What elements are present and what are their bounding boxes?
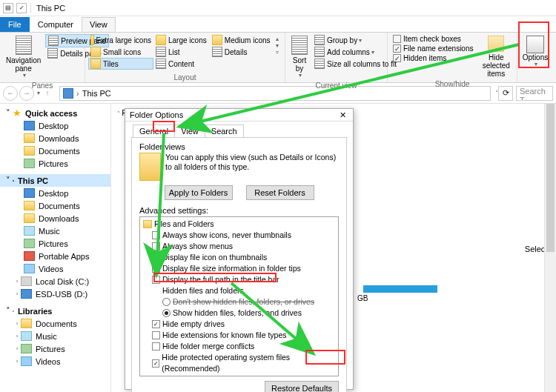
scrollbar[interactable]: [544, 104, 556, 392]
group-by-button[interactable]: Group by▾: [312, 34, 399, 46]
close-icon[interactable]: ✕: [337, 109, 348, 121]
layout-extra-large[interactable]: Extra large icons: [88, 34, 153, 46]
folder-options-dialog: Folder Options ✕ General View Search Fol…: [125, 108, 354, 390]
drive-usage-bar: [363, 285, 437, 293]
hide-selected-button[interactable]: Hide selected items: [479, 34, 514, 79]
sidebar-pc-esd[interactable]: ›ESD-USB (D:): [0, 288, 110, 300]
folder-views-heading: Folder views: [139, 142, 339, 151]
checkbox-icon: [393, 35, 401, 43]
sidebar-qa-documents[interactable]: Documents: [0, 144, 110, 157]
checkbox-icon: ✓: [393, 44, 401, 53]
adv-always-menus[interactable]: Always show menus: [142, 241, 337, 252]
adv-hide-merge[interactable]: Hide folder merge conflicts: [142, 341, 337, 352]
folder-views-text: You can apply this view (such as Details…: [165, 153, 339, 172]
advanced-settings-list[interactable]: Files and Folders Always show icons, nev…: [139, 216, 339, 376]
layout-content[interactable]: Content: [153, 58, 210, 70]
reset-folders-button[interactable]: Reset Folders: [246, 185, 314, 200]
ribbon-tabs: File Computer View: [0, 16, 556, 33]
search-box[interactable]: Search T: [516, 86, 553, 101]
adv-radio-dont-show[interactable]: Don't show hidden files, folders, or dri…: [142, 296, 337, 308]
dialog-page-view: Folder views You can apply this view (su…: [131, 137, 347, 392]
adv-hide-protected[interactable]: ✓Hide protected operating system files (…: [142, 352, 337, 374]
qat-properties-icon[interactable]: ✓: [16, 3, 27, 13]
sidebar-qa-desktop[interactable]: Desktop: [0, 119, 110, 132]
layout-medium[interactable]: Medium icons: [210, 34, 274, 46]
options-icon: [526, 36, 544, 53]
chk-hidden-items[interactable]: ✓Hidden items: [391, 53, 476, 63]
window-title: This PC: [36, 4, 65, 13]
adv-file-size-tips[interactable]: ✓Display file size information in folder…: [142, 263, 337, 274]
apply-to-folders-button[interactable]: Apply to Folders: [165, 185, 233, 200]
dlg-tab-search[interactable]: Search: [205, 124, 244, 137]
adv-radio-show-hidden[interactable]: Show hidden files, folders, and drives: [142, 308, 337, 319]
sidebar-pc-documents[interactable]: Documents: [0, 199, 110, 212]
ribbon: Navigation pane▾ Preview pane Details pa…: [0, 33, 556, 83]
tab-view[interactable]: View: [82, 17, 116, 32]
sidebar-pc-downloads[interactable]: Downloads: [0, 212, 110, 225]
sidebar-pc-music[interactable]: Music: [0, 225, 110, 237]
layout-large[interactable]: Large icons: [153, 34, 210, 46]
chk-item-boxes[interactable]: Item check boxes: [391, 34, 476, 44]
layout-scroll-up[interactable]: ▴: [276, 36, 282, 42]
group-label-showhide: Show/hide: [391, 79, 514, 89]
navigation-tree[interactable]: ˅★Quick access Desktop Downloads Documen…: [0, 104, 111, 392]
sidebar-libraries[interactable]: ˅Libraries: [0, 305, 110, 317]
dialog-tabs: General View Search: [125, 124, 353, 137]
group-label-layout: Layout: [88, 73, 282, 82]
sidebar-lib-videos[interactable]: ›Videos: [0, 355, 110, 368]
adv-file-icon-thumb[interactable]: ✓Display file icon on thumbnails: [142, 252, 337, 263]
add-columns-button[interactable]: Add columns▾: [312, 46, 399, 58]
layout-list[interactable]: List: [153, 46, 210, 58]
star-icon: ★: [13, 108, 21, 118]
dlg-tab-view[interactable]: View: [174, 124, 205, 137]
size-columns-button[interactable]: Size all columns to fit: [312, 58, 399, 70]
navigation-pane-button[interactable]: Navigation pane▾: [3, 34, 44, 81]
sort-by-button[interactable]: Sort by▾: [288, 34, 311, 81]
adv-hide-empty[interactable]: ✓Hide empty drives: [142, 319, 337, 330]
adv-hidden-hdr: Hidden files and folders: [142, 285, 337, 296]
scrollbar-thumb[interactable]: [546, 104, 555, 252]
dlg-tab-general[interactable]: General: [133, 124, 175, 137]
adv-hide-ext[interactable]: Hide extensions for known file types: [142, 330, 337, 341]
checkbox-icon: ✓: [393, 54, 401, 62]
tab-computer[interactable]: Computer: [30, 17, 82, 32]
group-label-panes: Panes: [3, 81, 82, 90]
layout-more[interactable]: ▿: [276, 49, 282, 56]
adv-root: Files and Folders: [142, 219, 337, 230]
sidebar-pc-videos[interactable]: Videos: [0, 262, 110, 275]
sidebar-pc-portable[interactable]: Portable Apps: [0, 250, 110, 262]
drive-size-text: GB: [357, 294, 368, 302]
title-bar: ▤ ✓ This PC: [0, 0, 556, 16]
sidebar-pc-pictures[interactable]: Pictures: [0, 237, 110, 250]
folder-views-icon: [139, 153, 161, 181]
sidebar-quick-access[interactable]: ˅★Quick access: [0, 107, 110, 119]
adv-always-icons[interactable]: Always show icons, never thumbnails: [142, 230, 337, 241]
sidebar-this-pc[interactable]: ˅This PC: [0, 174, 110, 187]
restore-defaults-button[interactable]: Restore Defaults: [265, 381, 339, 392]
system-icon[interactable]: ▤: [3, 3, 13, 13]
sidebar-pc-local[interactable]: ›Local Disk (C:): [0, 275, 110, 288]
group-label-current: Current view: [288, 81, 384, 90]
advanced-settings-label: Advanced settings:: [139, 206, 339, 215]
layout-tiles[interactable]: Tiles: [88, 58, 153, 70]
dialog-titlebar[interactable]: Folder Options ✕: [125, 109, 353, 122]
options-button[interactable]: Options▾: [520, 34, 551, 70]
tab-file[interactable]: File: [0, 17, 30, 32]
layout-details[interactable]: Details: [210, 46, 274, 58]
sidebar-pc-desktop[interactable]: Desktop: [0, 187, 110, 199]
breadcrumb-location[interactable]: This PC: [82, 89, 111, 98]
layout-small[interactable]: Small icons: [88, 46, 153, 58]
chk-file-ext[interactable]: ✓File name extensions: [391, 44, 476, 53]
sidebar-lib-music[interactable]: ›Music: [0, 330, 110, 342]
sidebar-qa-downloads[interactable]: Downloads: [0, 132, 110, 144]
sidebar-lib-pictures[interactable]: ›Pictures: [0, 342, 110, 355]
layout-scroll-down[interactable]: ▾: [276, 42, 282, 49]
adv-full-path[interactable]: Display the full path in the title bar: [142, 274, 337, 285]
sidebar-lib-documents[interactable]: ›Documents: [0, 317, 110, 330]
sidebar-qa-pictures[interactable]: Pictures: [0, 157, 110, 170]
dialog-title: Folder Options: [130, 110, 183, 119]
